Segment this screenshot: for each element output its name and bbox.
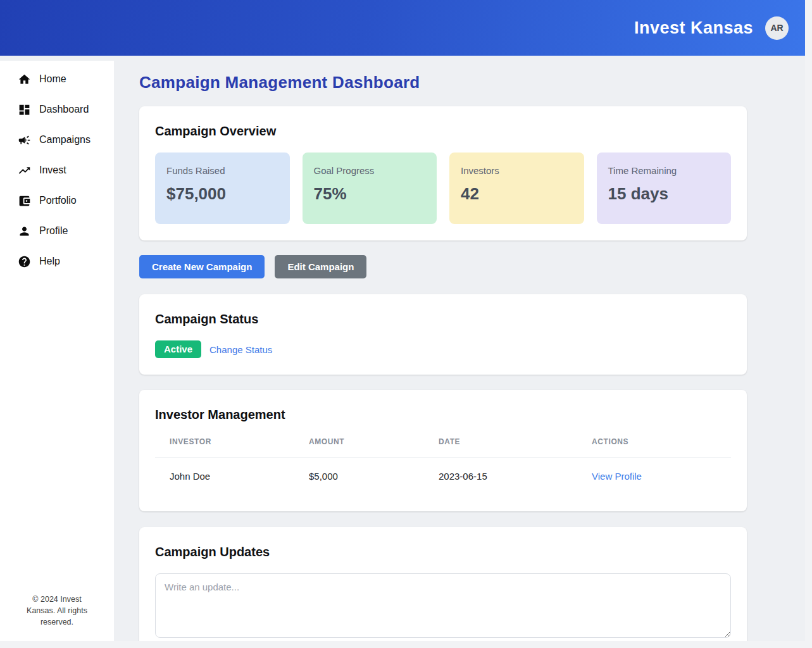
stat-goal-progress: Goal Progress 75% <box>303 153 437 224</box>
actions-row: Create New Campaign Edit Campaign <box>139 255 812 278</box>
vertical-scrollbar[interactable] <box>805 0 812 648</box>
wallet-icon <box>18 194 31 208</box>
update-textarea[interactable] <box>155 573 731 638</box>
sidebar-item-profile[interactable]: Profile <box>0 216 114 246</box>
investor-amount-cell: $5,000 <box>294 458 424 495</box>
overview-heading: Campaign Overview <box>155 124 731 139</box>
stat-value: 42 <box>461 184 573 204</box>
copyright-text: © 2024 Invest Kansas. All rights reserve… <box>0 594 114 648</box>
status-badge: Active <box>155 340 201 358</box>
megaphone-icon <box>18 134 31 147</box>
stat-value: $75,000 <box>166 184 278 204</box>
dashboard-icon <box>18 103 31 116</box>
sidebar-item-home[interactable]: Home <box>0 64 114 94</box>
sidebar: Home Dashboard Campaigns Invest Portfoli… <box>0 61 114 648</box>
stat-value: 15 days <box>608 184 720 204</box>
sidebar-item-label: Campaigns <box>39 134 91 146</box>
stat-label: Goal Progress <box>314 165 426 176</box>
home-icon <box>18 73 31 86</box>
sidebar-item-label: Dashboard <box>39 104 89 115</box>
sidebar-item-label: Invest <box>39 165 66 176</box>
stat-investors: Investors 42 <box>449 153 584 224</box>
sidebar-item-invest[interactable]: Invest <box>0 155 114 185</box>
stat-label: Investors <box>461 165 573 176</box>
column-header-investor: Investor <box>155 431 294 458</box>
investors-heading: Investor Management <box>155 408 731 422</box>
main-content: Campaign Management Dashboard Campaign O… <box>114 61 812 648</box>
table-row: John Doe $5,000 2023-06-15 View Profile <box>155 458 731 495</box>
sidebar-item-campaigns[interactable]: Campaigns <box>0 125 114 155</box>
investor-name-cell: John Doe <box>155 458 294 495</box>
sidebar-item-label: Profile <box>39 225 68 237</box>
stats-row: Funds Raised $75,000 Goal Progress 75% I… <box>155 153 731 224</box>
investor-date-cell: 2023-06-15 <box>424 458 577 495</box>
sidebar-item-dashboard[interactable]: Dashboard <box>0 94 114 125</box>
help-icon <box>18 255 31 268</box>
brand-title: Invest Kansas <box>634 18 753 38</box>
sidebar-item-label: Help <box>39 256 60 267</box>
stat-funds-raised: Funds Raised $75,000 <box>155 153 290 224</box>
sidebar-nav: Home Dashboard Campaigns Invest Portfoli… <box>0 61 114 277</box>
user-avatar[interactable]: AR <box>765 16 789 40</box>
investors-table: Investor Amount Date Actions John Doe $5… <box>155 431 731 495</box>
page-title: Campaign Management Dashboard <box>139 73 812 92</box>
column-header-actions: Actions <box>577 431 731 458</box>
investor-management-card: Investor Management Investor Amount Date… <box>139 390 747 511</box>
change-status-link[interactable]: Change Status <box>209 344 272 355</box>
sidebar-item-portfolio[interactable]: Portfolio <box>0 185 114 216</box>
campaign-overview-card: Campaign Overview Funds Raised $75,000 G… <box>139 106 747 240</box>
horizontal-scrollbar[interactable] <box>0 641 812 648</box>
stat-value: 75% <box>314 184 426 204</box>
campaign-status-card: Campaign Status Active Change Status <box>139 294 747 375</box>
sidebar-item-label: Home <box>39 73 66 85</box>
updates-heading: Campaign Updates <box>155 545 731 559</box>
trending-up-icon <box>18 164 31 177</box>
status-heading: Campaign Status <box>155 312 731 327</box>
view-profile-link[interactable]: View Profile <box>592 471 642 482</box>
person-icon <box>18 225 31 238</box>
sidebar-item-help[interactable]: Help <box>0 246 114 277</box>
table-header-row: Investor Amount Date Actions <box>155 431 731 458</box>
create-new-campaign-button[interactable]: Create New Campaign <box>139 255 265 278</box>
sidebar-item-label: Portfolio <box>39 195 77 206</box>
campaign-updates-card: Campaign Updates Post Update <box>139 527 747 648</box>
app-header: Invest Kansas AR <box>0 0 812 56</box>
stat-label: Funds Raised <box>166 165 278 176</box>
column-header-amount: Amount <box>294 431 424 458</box>
column-header-date: Date <box>424 431 577 458</box>
stat-label: Time Remaining <box>608 165 720 176</box>
stat-time-remaining: Time Remaining 15 days <box>597 153 732 224</box>
edit-campaign-button[interactable]: Edit Campaign <box>275 255 366 278</box>
